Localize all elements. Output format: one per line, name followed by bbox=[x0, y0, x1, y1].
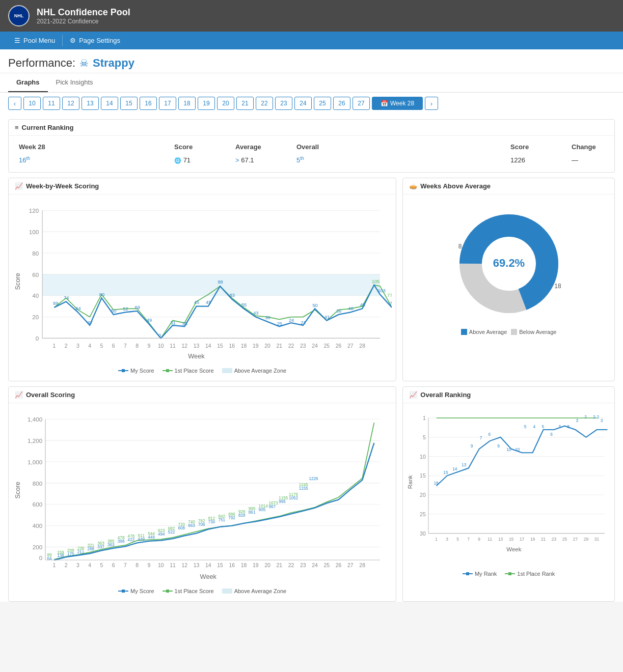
svg-text:0: 0 bbox=[39, 554, 42, 561]
svg-text:21: 21 bbox=[541, 537, 546, 542]
svg-text:720: 720 bbox=[178, 522, 185, 527]
rank-link[interactable]: 16th bbox=[19, 156, 30, 164]
overall-scoring-svg: 1,400 1,200 1,000 800 600 400 200 0 Scor… bbox=[13, 407, 392, 585]
week-20[interactable]: 20 bbox=[217, 97, 234, 110]
overall-scoring-legend: My Score 1st Place Score Above Average Z… bbox=[13, 585, 392, 597]
week-17[interactable]: 17 bbox=[159, 97, 176, 110]
svg-text:511: 511 bbox=[138, 534, 145, 538]
svg-text:1,000: 1,000 bbox=[28, 459, 42, 465]
svg-text:23: 23 bbox=[300, 343, 306, 349]
tab-graphs[interactable]: Graphs bbox=[8, 73, 48, 92]
week-24[interactable]: 24 bbox=[294, 97, 312, 110]
svg-text:13: 13 bbox=[194, 343, 200, 349]
week-19[interactable]: 19 bbox=[198, 97, 215, 110]
svg-text:24: 24 bbox=[289, 318, 294, 323]
svg-rect-192 bbox=[166, 590, 169, 593]
svg-text:20: 20 bbox=[420, 492, 426, 498]
svg-text:77: 77 bbox=[387, 293, 392, 298]
svg-text:23: 23 bbox=[300, 563, 306, 568]
score-cell: 🌐 71 bbox=[170, 153, 231, 167]
svg-text:Rank: Rank bbox=[408, 475, 414, 489]
week-25[interactable]: 25 bbox=[314, 97, 331, 110]
overall-scoring-title: 📈 Overall Scoring bbox=[9, 387, 396, 403]
donut-container: 69.2% 8 18 Above Average Below Average bbox=[403, 194, 614, 339]
tab-pick-insights[interactable]: Pick Insights bbox=[48, 73, 101, 92]
col-overall-score: Score bbox=[506, 141, 567, 153]
svg-text:15: 15 bbox=[420, 473, 426, 479]
legend-first-rank: 1st Place Rank bbox=[505, 571, 555, 577]
svg-text:7: 7 bbox=[480, 435, 482, 440]
svg-text:400: 400 bbox=[33, 522, 42, 529]
svg-text:19: 19 bbox=[253, 343, 259, 349]
svg-text:7: 7 bbox=[124, 563, 127, 568]
svg-text:1,200: 1,200 bbox=[28, 437, 42, 444]
svg-text:886: 886 bbox=[228, 512, 235, 517]
overall-rank-link[interactable]: 5th bbox=[296, 156, 304, 164]
svg-text:60: 60 bbox=[32, 271, 39, 278]
svg-text:89: 89 bbox=[53, 301, 58, 306]
week-26[interactable]: 26 bbox=[333, 97, 350, 110]
svg-text:27: 27 bbox=[573, 537, 578, 542]
prev-week-button[interactable]: ‹ bbox=[8, 97, 21, 110]
svg-text:3: 3 bbox=[601, 418, 603, 423]
svg-text:Week: Week bbox=[507, 546, 522, 552]
svg-text:89: 89 bbox=[47, 553, 52, 557]
week-28-active[interactable]: 📅 Week 28 bbox=[372, 97, 423, 110]
svg-text:23: 23 bbox=[552, 537, 557, 542]
svg-text:9: 9 bbox=[498, 443, 500, 449]
pool-menu-button[interactable]: ☰ Pool Menu bbox=[7, 35, 63, 46]
svg-text:21: 21 bbox=[277, 563, 283, 568]
legend-below-average: Below Average bbox=[511, 329, 556, 335]
week-10[interactable]: 10 bbox=[23, 97, 41, 110]
app-header: NHL NHL Confidence Pool 2021-2022 Confid… bbox=[0, 0, 623, 32]
svg-text:6: 6 bbox=[489, 432, 491, 437]
week-13[interactable]: 13 bbox=[82, 97, 99, 110]
week-21[interactable]: 21 bbox=[236, 97, 254, 110]
svg-text:7: 7 bbox=[468, 537, 470, 542]
week-by-week-legend: My Score 1st Place Score Above Average Z… bbox=[13, 365, 392, 377]
active-week-label: Week 28 bbox=[390, 100, 414, 107]
svg-text:17: 17 bbox=[520, 537, 525, 542]
week-15[interactable]: 15 bbox=[120, 97, 138, 110]
week-27[interactable]: 27 bbox=[353, 97, 370, 110]
svg-text:5: 5 bbox=[524, 424, 527, 429]
svg-text:800: 800 bbox=[33, 480, 42, 486]
svg-text:5: 5 bbox=[542, 424, 545, 429]
svg-rect-89 bbox=[511, 329, 517, 335]
week-23[interactable]: 23 bbox=[275, 97, 292, 110]
svg-text:740: 740 bbox=[188, 520, 195, 524]
legend-my-rank: My Rank bbox=[463, 571, 497, 577]
svg-text:25: 25 bbox=[562, 537, 567, 542]
svg-text:105: 105 bbox=[372, 279, 380, 285]
week-22[interactable]: 22 bbox=[256, 97, 273, 110]
svg-text:5: 5 bbox=[423, 435, 426, 440]
overall-ranking-legend: My Rank 1st Place Rank bbox=[407, 568, 610, 580]
next-week-button[interactable]: › bbox=[425, 97, 438, 110]
header-text: NHL Confidence Pool 2021-2022 Confidence bbox=[37, 7, 130, 25]
page-settings-button[interactable]: ⚙ Page Settings bbox=[63, 35, 127, 46]
svg-text:28: 28 bbox=[359, 563, 365, 568]
svg-text:45: 45 bbox=[194, 300, 199, 305]
svg-text:238: 238 bbox=[77, 546, 85, 551]
svg-text:6: 6 bbox=[112, 563, 115, 568]
svg-text:19: 19 bbox=[253, 563, 259, 568]
week-12[interactable]: 12 bbox=[62, 97, 79, 110]
line-chart-icon3: 📈 bbox=[409, 391, 417, 399]
svg-text:200: 200 bbox=[33, 544, 42, 550]
week-18[interactable]: 18 bbox=[178, 97, 196, 110]
svg-text:14: 14 bbox=[452, 466, 457, 471]
average-cell: > 67.1 bbox=[231, 153, 292, 167]
svg-text:8: 8 bbox=[458, 243, 462, 250]
svg-text:623: 623 bbox=[158, 528, 165, 533]
col-spacer bbox=[354, 141, 506, 153]
col-change: Change bbox=[567, 141, 608, 153]
week-11[interactable]: 11 bbox=[43, 97, 60, 110]
svg-text:1176: 1176 bbox=[289, 492, 299, 497]
weeks-above-avg-section: 🥧 Weeks Above Average 69.2% bbox=[402, 178, 615, 381]
week-14[interactable]: 14 bbox=[101, 97, 118, 110]
legend-above-avg: Above Average Zone bbox=[222, 368, 287, 374]
overall-ranking-title: 📈 Overall Ranking bbox=[403, 387, 614, 403]
svg-text:9: 9 bbox=[471, 443, 473, 449]
rank-cell: 16th bbox=[15, 153, 170, 167]
week-16[interactable]: 16 bbox=[140, 97, 157, 110]
